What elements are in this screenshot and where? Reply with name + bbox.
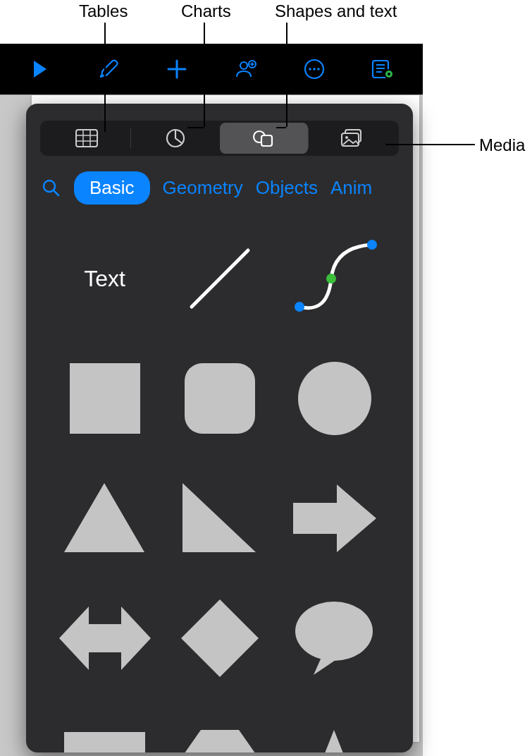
callout-shapes: Shapes and text [275, 1, 397, 21]
line-icon [178, 236, 262, 321]
svg-point-0 [240, 62, 247, 69]
toolbar [0, 44, 423, 94]
arrow-both-icon [59, 603, 151, 673]
svg-rect-13 [261, 135, 272, 146]
shape-circle[interactable] [284, 353, 385, 444]
right-panel [423, 0, 532, 756]
right-triangle-icon [183, 483, 256, 554]
seg-charts[interactable] [131, 123, 219, 154]
rounded-square-icon [181, 360, 259, 437]
shape-pentagon[interactable] [169, 712, 270, 752]
shape-diamond[interactable] [169, 592, 270, 684]
collaborate-button[interactable] [218, 48, 274, 90]
insert-segmented-control [40, 121, 399, 156]
shape-arrow-both[interactable] [54, 592, 155, 684]
shape-rounded-square[interactable] [169, 353, 270, 444]
arrow-right-icon [293, 483, 376, 554]
triangle-icon [64, 483, 145, 554]
svg-rect-21 [70, 363, 140, 434]
callout-charts: Charts [181, 1, 231, 21]
shape-square[interactable] [54, 353, 155, 444]
svg-rect-22 [185, 363, 255, 434]
category-geometry[interactable]: Geometry [163, 177, 243, 199]
chart-icon [166, 128, 185, 148]
shapes-icon [252, 128, 275, 148]
curve-icon [289, 236, 381, 321]
svg-point-5 [317, 68, 320, 71]
svg-point-3 [309, 68, 311, 71]
shape-text[interactable]: Text [54, 233, 155, 324]
star-icon [294, 730, 375, 752]
banner-icon [64, 732, 145, 753]
svg-point-20 [367, 240, 377, 250]
more-button[interactable] [286, 48, 342, 90]
svg-point-4 [313, 68, 316, 71]
svg-point-18 [295, 302, 304, 312]
shape-banner[interactable] [54, 712, 155, 752]
search-shapes-button[interactable] [42, 178, 61, 198]
svg-point-24 [295, 602, 373, 661]
seg-shapes[interactable] [220, 123, 308, 154]
brush-icon [98, 59, 119, 80]
format-brush-button[interactable] [80, 48, 137, 90]
insert-popover: Basic Geometry Objects Anim Text [26, 104, 413, 752]
media-icon [340, 128, 364, 148]
svg-point-9 [388, 73, 390, 75]
category-animals[interactable]: Anim [330, 177, 372, 199]
presenter-button[interactable] [354, 48, 411, 90]
add-button[interactable] [149, 48, 205, 90]
add-icon [166, 59, 187, 80]
table-icon [75, 129, 98, 147]
category-basic[interactable]: Basic [74, 171, 150, 205]
callout-tables: Tables [79, 1, 128, 21]
shape-arrow-right[interactable] [284, 472, 385, 564]
svg-rect-10 [76, 130, 97, 147]
shapes-grid: Text [26, 219, 413, 752]
shape-speech-bubble[interactable] [284, 592, 385, 684]
shape-category-row: Basic Geometry Objects Anim [26, 169, 413, 219]
shape-triangle[interactable] [54, 472, 155, 564]
svg-point-23 [298, 362, 371, 435]
presenter-icon [371, 59, 394, 80]
shape-line[interactable] [169, 233, 270, 324]
play-button[interactable] [12, 48, 68, 90]
play-icon [32, 60, 48, 78]
seg-tables[interactable] [42, 123, 130, 154]
svg-point-16 [345, 136, 348, 139]
shape-star[interactable] [284, 712, 385, 752]
diamond-icon [181, 599, 259, 677]
popover-arrow [216, 104, 242, 105]
text-shape-label: Text [84, 266, 125, 292]
shape-curve[interactable] [284, 233, 385, 324]
more-icon [303, 58, 326, 80]
pentagon-icon [181, 730, 259, 752]
shape-right-triangle[interactable] [169, 472, 270, 564]
circle-icon [296, 360, 373, 437]
speech-bubble-icon [294, 599, 375, 677]
svg-point-19 [326, 274, 336, 284]
category-objects[interactable]: Objects [256, 177, 318, 199]
collab-icon [235, 59, 257, 80]
seg-media[interactable] [309, 123, 397, 154]
search-icon [42, 178, 61, 198]
square-icon [66, 360, 144, 437]
